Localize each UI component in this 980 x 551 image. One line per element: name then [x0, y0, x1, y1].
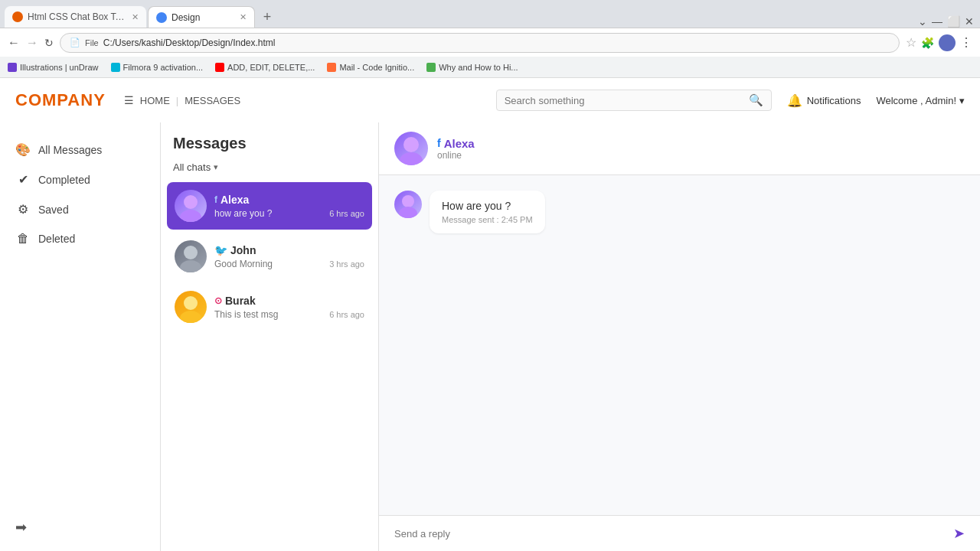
extensions-icon[interactable]: 🧩 [921, 37, 934, 49]
bookmark-why[interactable]: Why and How to Hi... [426, 63, 518, 72]
john-avatar-svg [175, 240, 207, 272]
bookmark-star-icon[interactable]: ☆ [906, 35, 916, 50]
top-nav: COMPANY ☰ HOME | MESSAGES 🔍 🔔 Notificati… [0, 78, 980, 122]
chat-input-area: ➤ [379, 515, 980, 551]
refresh-button[interactable]: ↻ [44, 37, 54, 49]
nav-messages[interactable]: MESSAGES [181, 93, 243, 108]
nav-separator: | [176, 95, 178, 106]
chat-header: f Alexa online [379, 122, 980, 175]
filter-bar[interactable]: All chats ▾ [161, 161, 378, 182]
alexa-social-icon: f [214, 194, 217, 205]
burak-preview: This is test msg [214, 309, 278, 320]
bookmark-mail[interactable]: Mail - Code Ignitio... [327, 63, 414, 72]
tab1-close[interactable]: ✕ [132, 12, 139, 22]
messages-panel: Messages All chats ▾ f [161, 122, 379, 551]
chat-list: f Alexa how are you ? 6 hrs ago [161, 182, 378, 331]
john-social-icon: 🐦 [214, 244, 227, 256]
burak-avatar [175, 291, 207, 323]
bookmarks-bar: Illustrations | unDraw Filmora 9 activat… [0, 57, 980, 78]
welcome-user: Welcome , Admin! ▾ [876, 95, 965, 106]
header-social-icon: f [437, 137, 441, 149]
john-preview: Good Morning [214, 259, 273, 269]
close-btn[interactable]: ✕ [965, 15, 974, 28]
chat-item-alexa[interactable]: f Alexa how are you ? 6 hrs ago [167, 182, 372, 230]
bookmark-filmora[interactable]: Filmora 9 activation... [111, 63, 204, 72]
search-button[interactable]: 🔍 [749, 93, 763, 107]
tab-1[interactable]: Html CSS Chat Box Template Wi... ✕ [5, 6, 146, 28]
browser-action-icons: ☆ 🧩 ⋮ [906, 34, 972, 51]
nav-home[interactable]: HOME [137, 93, 173, 108]
forward-button[interactable]: → [26, 36, 38, 50]
tab-2[interactable]: Design ✕ [148, 6, 255, 28]
bookmark-unDraw[interactable]: Illustrations | unDraw [8, 63, 99, 72]
all-messages-label: All Messages [38, 144, 102, 156]
tab1-favicon [12, 11, 23, 22]
bell-icon: 🔔 [787, 93, 802, 108]
sidebar-item-all-messages[interactable]: 🎨 All Messages [0, 135, 160, 165]
saved-label: Saved [38, 204, 69, 216]
new-tab-button[interactable]: + [256, 6, 278, 28]
chat-item-john[interactable]: 🐦 John Good Morning 3 hrs ago [167, 233, 372, 280]
completed-label: Completed [38, 174, 90, 186]
nav-right: 🔔 Notifications Welcome , Admin! ▾ [787, 93, 965, 108]
chat-area: f Alexa online How are you [379, 122, 980, 551]
tab1-label: Html CSS Chat Box Template Wi... [28, 11, 127, 22]
svg-point-2 [184, 246, 198, 259]
nav-menu-icon: ☰ [124, 94, 134, 106]
bk3-icon [215, 63, 224, 72]
send-button[interactable]: ➤ [953, 525, 965, 542]
address-display[interactable]: 📄 File C:/Users/kashi/Desktop/Design/Ind… [60, 33, 900, 53]
sidebar-item-deleted[interactable]: 🗑 Deleted [0, 224, 160, 253]
tab2-close[interactable]: ✕ [240, 12, 247, 22]
search-bar[interactable]: 🔍 [496, 90, 772, 111]
message-text: How are you ? [442, 200, 533, 212]
tab2-label: Design [172, 12, 200, 23]
all-messages-icon: 🎨 [15, 142, 31, 157]
alexa-chat-info: f Alexa how are you ? 6 hrs ago [214, 194, 364, 219]
app-container: COMPANY ☰ HOME | MESSAGES 🔍 🔔 Notificati… [0, 78, 980, 551]
message-1: How are you ? Message sent : 2:45 PM [394, 191, 777, 233]
welcome-dropdown-icon[interactable]: ▾ [959, 95, 965, 106]
minimize-btn[interactable]: — [932, 15, 942, 28]
exit-icon: ➡ [15, 519, 27, 536]
file-label: File [85, 38, 99, 47]
sidebar-exit[interactable]: ➡ [0, 504, 160, 551]
svg-point-4 [184, 296, 198, 310]
file-protocol-icon: 📄 [70, 37, 80, 47]
nav-links: ☰ HOME | MESSAGES [124, 93, 243, 108]
message-time: Message sent : 2:45 PM [442, 215, 533, 224]
john-chat-info: 🐦 John Good Morning 3 hrs ago [214, 244, 364, 269]
svg-point-3 [180, 260, 201, 272]
chat-item-burak[interactable]: ⊙ Burak This is test msg 6 hrs ago [167, 283, 372, 331]
search-input[interactable] [505, 95, 749, 106]
bookmark-youtube[interactable]: ADD, EDIT, DELETE,... [215, 63, 315, 72]
main-content: 🎨 All Messages ✔ Completed ⚙ Saved 🗑 Del… [0, 122, 980, 551]
saved-icon: ⚙ [15, 202, 31, 217]
profile-icon[interactable] [939, 34, 956, 51]
john-name: John [230, 244, 256, 256]
maximize-btn[interactable]: ⬜ [947, 15, 960, 28]
tab-expand-icon: ⌄ — ⬜ ✕ [918, 15, 980, 28]
tab-bar: Html CSS Chat Box Template Wi... ✕ Desig… [0, 0, 980, 28]
chat-messages: How are you ? Message sent : 2:45 PM [379, 175, 980, 515]
chat-header-info: f Alexa online [437, 137, 475, 161]
svg-point-8 [402, 195, 414, 207]
bk1-icon [8, 63, 17, 72]
svg-point-7 [400, 152, 423, 165]
notifications-btn[interactable]: 🔔 Notifications [787, 93, 861, 108]
welcome-text: Welcome , Admin! [876, 95, 956, 106]
menu-icon[interactable]: ⋮ [960, 35, 972, 50]
filter-label: All chats [173, 161, 211, 173]
address-text: C:/Users/kashi/Desktop/Design/Index.html [103, 37, 276, 48]
burak-chat-info: ⊙ Burak This is test msg 6 hrs ago [214, 295, 364, 320]
burak-avatar-svg [175, 291, 207, 323]
sidebar-item-saved[interactable]: ⚙ Saved [0, 194, 160, 224]
reply-input[interactable] [394, 528, 946, 540]
back-button[interactable]: ← [8, 36, 20, 50]
burak-social-icon: ⊙ [214, 295, 222, 306]
sidebar-item-completed[interactable]: ✔ Completed [0, 165, 160, 194]
completed-icon: ✔ [15, 172, 31, 187]
deleted-label: Deleted [38, 233, 75, 245]
svg-point-9 [399, 207, 417, 218]
svg-point-0 [184, 195, 198, 209]
